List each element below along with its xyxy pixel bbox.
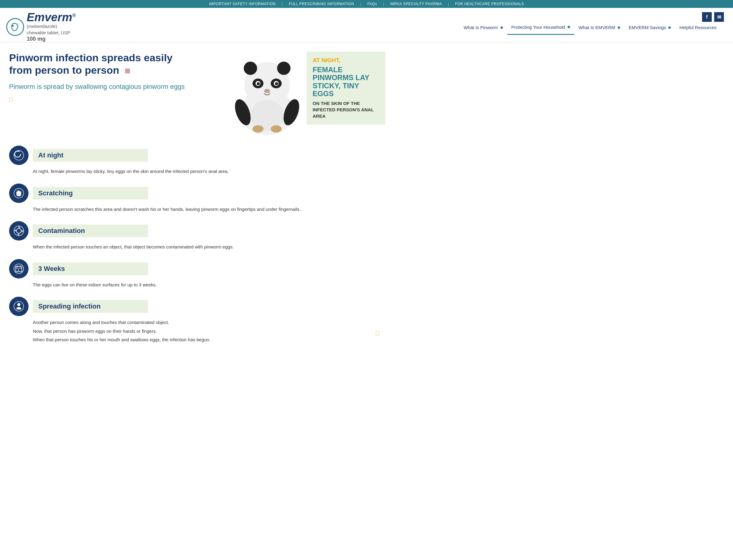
- topbar-link-professionals[interactable]: FOR HEALTHCARE PROFESSIONALS: [455, 2, 524, 6]
- step-title-spreading-infection: Spreading infection: [33, 300, 148, 313]
- step-icon-contamination: [9, 221, 29, 241]
- logo-icon: [6, 18, 24, 36]
- main-navigation: What Is Pinworm Protecting Your Househol…: [456, 19, 724, 35]
- email-icon[interactable]: ✉: [714, 12, 724, 22]
- svg-point-10: [257, 82, 260, 85]
- svg-point-12: [264, 89, 270, 93]
- svg-point-35: [17, 303, 20, 306]
- brand-name: Emverm®: [27, 12, 76, 23]
- callout-highlight: FEMALE PINWORMS LAY STICKY, TINY EGGS: [312, 66, 380, 98]
- step-desc-at-night: At night, female pinworms lay sticky, ti…: [9, 168, 343, 175]
- svg-rect-24: [20, 191, 21, 194]
- step-desc-spreading-infection-3: When that person touches his or her mout…: [9, 336, 343, 343]
- step-at-night: At night At night, female pinworms lay s…: [9, 146, 386, 175]
- svg-point-34: [14, 302, 24, 311]
- step-header: Scratching: [9, 184, 386, 203]
- step-header: Contamination: [9, 221, 386, 241]
- step-icon-at-night: [9, 146, 29, 165]
- logo-area[interactable]: Emverm® (mebendazole) chewable tablet, U…: [6, 12, 76, 42]
- facebook-icon[interactable]: f: [702, 12, 712, 22]
- svg-point-11: [275, 82, 278, 85]
- hero-section: Pinworm infection spreads easily from pe…: [9, 52, 386, 137]
- step-desc-three-weeks: The eggs can live on these indoor surfac…: [9, 282, 343, 288]
- message-icon-left: □: [9, 96, 185, 103]
- svg-point-16: [252, 125, 263, 133]
- svg-rect-22: [18, 190, 19, 194]
- step-title-three-weeks: 3 Weeks: [33, 262, 148, 275]
- nav-what-is-emverm[interactable]: What Is EMVERM: [574, 19, 624, 34]
- main-content: Pinworm infection spreads easily from pe…: [0, 42, 395, 361]
- svg-point-5: [277, 62, 290, 75]
- svg-point-17: [271, 125, 282, 133]
- step-desc-spreading-infection-2: Now, that person has pinworm eggs on the…: [9, 328, 343, 335]
- topbar-link-safety[interactable]: IMPORTANT SAFETY INFORMATION: [209, 2, 276, 6]
- panda-image: [228, 52, 306, 137]
- svg-point-20: [19, 152, 21, 154]
- step-title-at-night: At night: [33, 149, 148, 162]
- step-header: At night: [9, 146, 386, 165]
- step-header: 3 3 Weeks: [9, 259, 386, 278]
- svg-rect-25: [16, 191, 18, 194]
- svg-point-0: [7, 19, 24, 35]
- step-icon-three-weeks: 3: [9, 259, 29, 278]
- nav-dot: [568, 26, 570, 28]
- step-icon-scratching: [9, 184, 29, 203]
- callout-title: AT NIGHT,: [312, 57, 380, 64]
- step-header: Spreading infection: [9, 297, 386, 316]
- step-scratching: Scratching The infected person scratches…: [9, 184, 386, 213]
- nav-dot: [618, 26, 620, 29]
- topbar-link-prescribing[interactable]: FULL PRESCRIBING INFORMATION: [289, 2, 354, 6]
- nav-what-is-pinworm[interactable]: What Is Pinworm: [459, 19, 507, 34]
- message-icon-right: □: [376, 330, 380, 337]
- logo-dose: 100 mg: [27, 36, 76, 42]
- svg-rect-23: [19, 191, 20, 194]
- svg-point-1: [12, 25, 14, 27]
- step-desc-spreading-infection-1: Another person comes along and touches t…: [9, 319, 343, 326]
- topbar-link-faqs[interactable]: FAQs: [367, 2, 377, 6]
- social-icons: f ✉: [702, 12, 724, 22]
- step-icon-spreading-infection: [9, 297, 29, 316]
- step-desc-contamination: When the infected person touches an obje…: [9, 244, 343, 251]
- topbar-link-impax[interactable]: IMPAX SPECIALTY PHARMA: [390, 2, 442, 6]
- step-title-contamination: Contamination: [33, 224, 148, 237]
- nav-emverm-savings[interactable]: EMVERM Savings: [624, 19, 675, 34]
- svg-text:3: 3: [18, 269, 19, 272]
- top-navigation-bar: IMPORTANT SAFETY INFORMATION | FULL PRES…: [0, 0, 733, 8]
- svg-point-4: [244, 62, 257, 75]
- nav-protecting-household[interactable]: Protecting Your Household: [507, 19, 575, 35]
- svg-point-27: [16, 228, 21, 233]
- title-decoration: [125, 69, 130, 73]
- callout-box: AT NIGHT, FEMALE PINWORMS LAY STICKY, TI…: [306, 52, 386, 125]
- logo-subtitle: (mebendazole) chewable tablet, USP: [27, 23, 76, 36]
- step-contamination: Contamination When the infected person t…: [9, 221, 386, 251]
- step-desc-scratching: The infected person scratches this area …: [9, 206, 343, 213]
- step-three-weeks: 3 3 Weeks The eggs can live on these ind…: [9, 259, 386, 288]
- nav-dot: [668, 26, 671, 29]
- callout-body: ON THE SKIN OF THE INFECTED PERSON'S ANA…: [312, 100, 380, 119]
- hero-subtitle: Pinworm is spread by swallowing contagio…: [9, 83, 185, 91]
- hero-left: Pinworm infection spreads easily from pe…: [9, 52, 185, 103]
- nav-dot: [501, 26, 503, 29]
- logo-text: Emverm® (mebendazole) chewable tablet, U…: [27, 12, 76, 42]
- header: Emverm® (mebendazole) chewable tablet, U…: [0, 8, 733, 42]
- step-title-scratching: Scratching: [33, 187, 148, 200]
- hero-right: AT NIGHT, FEMALE PINWORMS LAY STICKY, TI…: [228, 52, 386, 137]
- hero-title: Pinworm infection spreads easily from pe…: [9, 52, 185, 76]
- step-spreading-infection: Spreading infection Another person comes…: [9, 297, 386, 343]
